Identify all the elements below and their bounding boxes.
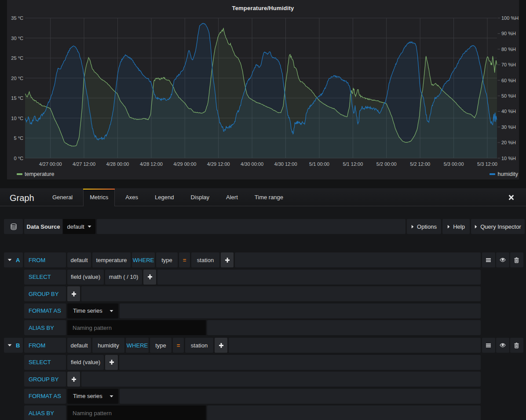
database-icon — [4, 219, 23, 234]
svg-text:5/2 12:00: 5/2 12:00 — [410, 161, 430, 167]
plus-icon — [72, 292, 76, 296]
select-field-part[interactable]: field (value) — [67, 270, 104, 285]
svg-text:90 %H: 90 %H — [501, 31, 516, 36]
help-button[interactable]: Help — [442, 219, 470, 234]
hamburger-menu-icon — [486, 258, 491, 262]
where-tag-key-part[interactable]: type — [150, 338, 172, 353]
format-as-keyword: FORMAT AS — [24, 303, 66, 318]
add-select-part-button[interactable] — [143, 270, 156, 285]
from-measurement-part[interactable]: temperature — [92, 252, 131, 267]
row-indent — [4, 405, 24, 420]
svg-text:15 °C: 15 °C — [11, 95, 23, 101]
from-database-part[interactable]: default — [67, 338, 91, 353]
add-where-condition-button[interactable] — [215, 338, 227, 353]
select-math-part[interactable]: math ( / 10) — [105, 270, 142, 285]
tab-general[interactable]: General — [46, 189, 79, 206]
from-database-part[interactable]: default — [67, 252, 91, 267]
groupby-keyword: GROUP BY — [24, 372, 66, 387]
caret-down-icon — [110, 395, 113, 398]
query-toggle-visibility-button[interactable] — [496, 252, 509, 267]
svg-text:4/29 00:00: 4/29 00:00 — [173, 161, 196, 167]
plus-icon — [110, 360, 114, 365]
svg-text:10 °C: 10 °C — [11, 116, 23, 121]
query-b-format-row: FORMAT AS Time series — [4, 389, 481, 404]
select-field-part[interactable]: field (value) — [67, 355, 104, 370]
svg-text:4/30 12:00: 4/30 12:00 — [274, 161, 297, 167]
chart-legend: temperature humidity — [17, 171, 518, 178]
tab-time-range[interactable]: Time range — [248, 189, 289, 206]
tab-display[interactable]: Display — [184, 189, 216, 206]
where-tag-value-part[interactable]: station — [191, 252, 219, 267]
query-b-alias-row: ALIAS BY — [4, 405, 481, 420]
query-row-filler — [157, 270, 481, 285]
format-as-keyword: FORMAT AS — [24, 389, 66, 404]
legend-label[interactable]: humidity — [497, 171, 518, 177]
query-b-collapse-toggle[interactable]: B — [4, 338, 23, 353]
svg-text:5 °C: 5 °C — [14, 135, 23, 141]
svg-text:4/30 00:00: 4/30 00:00 — [241, 161, 263, 167]
from-keyword: FROM — [24, 252, 66, 267]
query-menu-button[interactable] — [482, 338, 495, 353]
where-keyword-part[interactable]: WHERE — [132, 252, 155, 267]
format-as-select[interactable]: Time series — [67, 389, 118, 404]
tab-metrics[interactable]: Metrics — [83, 189, 115, 206]
add-groupby-part-button[interactable] — [67, 286, 80, 301]
close-icon[interactable] — [509, 195, 514, 200]
panel-edit-header: Graph General Metrics Axes Legend Displa… — [0, 188, 526, 206]
row-indent — [4, 270, 24, 285]
query-delete-button[interactable] — [510, 338, 523, 353]
time-series-chart[interactable]: 0 °C5 °C10 °C15 °C20 °C25 °C30 °C35 °C10… — [7, 0, 519, 179]
where-operator-part[interactable]: = — [173, 338, 184, 353]
query-a-collapse-toggle[interactable]: A — [4, 252, 23, 267]
svg-text:4/28 12:00: 4/28 12:00 — [140, 161, 163, 167]
query-delete-button[interactable] — [510, 252, 523, 267]
caret-right-icon — [411, 225, 414, 229]
add-groupby-part-button[interactable] — [67, 372, 80, 387]
tab-alert[interactable]: Alert — [220, 189, 244, 206]
svg-text:25 °C: 25 °C — [11, 55, 23, 61]
svg-text:30 %H: 30 %H — [501, 124, 516, 130]
tab-axes[interactable]: Axes — [119, 189, 144, 206]
options-button[interactable]: Options — [407, 219, 441, 234]
query-inspector-button[interactable]: Query Inspector — [471, 219, 525, 234]
where-keyword-part[interactable]: WHERE — [126, 338, 149, 353]
query-row-filler — [120, 389, 481, 404]
query-b-select-row: SELECT field (value) — [4, 355, 481, 370]
add-where-condition-button[interactable] — [221, 252, 234, 267]
legend-item-temperature[interactable]: temperature — [17, 171, 54, 177]
temperature-series-color-dash[interactable] — [17, 173, 22, 175]
where-tag-key-part[interactable]: type — [156, 252, 178, 267]
plus-icon — [148, 274, 152, 279]
legend-label[interactable]: temperature — [25, 171, 54, 177]
trash-icon — [514, 257, 519, 263]
panel-title: Temperature/Humidity — [7, 5, 519, 11]
add-select-part-button[interactable] — [105, 355, 118, 370]
query-a-groupby-row: GROUP BY — [4, 286, 481, 301]
datasource-select[interactable]: default — [63, 219, 95, 234]
caret-down-icon — [7, 259, 12, 261]
eye-icon — [500, 258, 506, 262]
metrics-tab-content: Data Source default Options Help Query I… — [0, 206, 526, 420]
trash-icon — [514, 343, 519, 348]
caret-right-icon — [447, 225, 450, 229]
query-row-filler — [235, 252, 481, 267]
humidity-series-color-dash[interactable] — [489, 173, 495, 175]
row-indent — [4, 355, 24, 370]
from-measurement-part[interactable]: humidity — [92, 338, 124, 353]
where-operator-part[interactable]: = — [179, 252, 190, 267]
grafana-panel-editor: 0 °C5 °C10 °C15 °C20 °C25 °C30 °C35 °C10… — [0, 0, 526, 420]
svg-text:5/3 00:00: 5/3 00:00 — [444, 161, 464, 167]
where-tag-value-part[interactable]: station — [185, 338, 213, 353]
svg-text:4/27 00:00: 4/27 00:00 — [39, 161, 62, 167]
query-toggle-visibility-button[interactable] — [496, 338, 509, 353]
alias-pattern-input[interactable] — [67, 320, 206, 335]
svg-text:70 %H: 70 %H — [501, 62, 516, 67]
svg-text:35 °C: 35 °C — [11, 15, 23, 21]
tab-legend[interactable]: Legend — [149, 189, 180, 206]
format-as-select[interactable]: Time series — [67, 303, 118, 318]
caret-right-icon — [475, 225, 477, 229]
row-indent — [4, 389, 24, 404]
query-menu-button[interactable] — [482, 252, 495, 267]
legend-item-humidity[interactable]: humidity — [489, 171, 518, 177]
alias-pattern-input[interactable] — [67, 405, 206, 420]
